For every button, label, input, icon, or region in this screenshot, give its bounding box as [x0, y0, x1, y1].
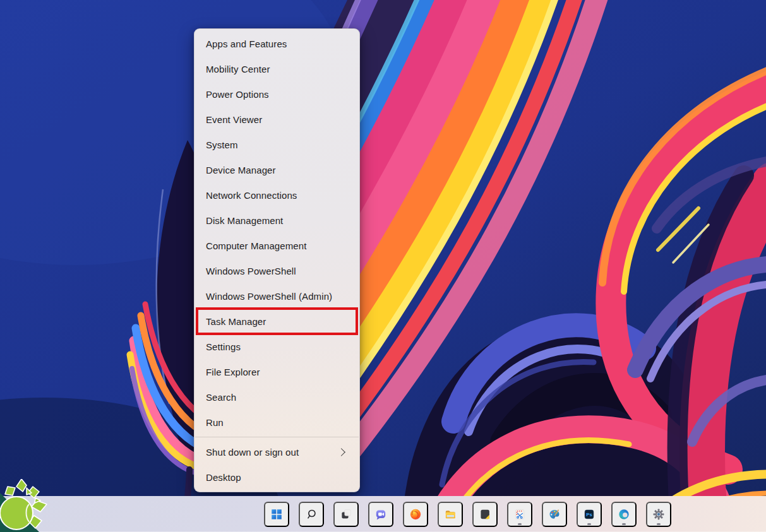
running-indicator [518, 523, 522, 525]
menu-item-device-manager[interactable]: Device Manager [194, 157, 359, 182]
paint-icon [547, 502, 562, 527]
chevron-right-icon [337, 448, 345, 456]
taskbar-snipping-tool-button[interactable] [507, 502, 532, 527]
menu-item-label: Device Manager [206, 165, 276, 175]
running-indicator [657, 523, 661, 525]
taskbar-start-button[interactable] [264, 502, 289, 527]
menu-item-settings[interactable]: Settings [194, 334, 359, 359]
taskbar-edge-button[interactable] [611, 502, 637, 527]
menu-item-label: Search [206, 392, 236, 403]
menu-item-label: Settings [206, 341, 241, 352]
menu-item-mobility-center[interactable]: Mobility Center [194, 56, 359, 81]
notepad-icon [477, 502, 493, 527]
menu-item-label: Mobility Center [206, 64, 270, 74]
menu-item-label: Windows PowerShell (Admin) [206, 291, 332, 302]
site-logo [0, 479, 51, 532]
winx-menu: Apps and FeaturesMobility CenterPower Op… [194, 28, 360, 492]
menu-item-label: Event Viewer [206, 114, 262, 125]
wallpaper-art [0, 0, 766, 532]
photoshop-badge-text: Ps [586, 512, 592, 517]
menu-item-label: Disk Management [206, 215, 283, 226]
menu-item-run[interactable]: Run [194, 410, 359, 435]
menu-item-search[interactable]: Search [194, 384, 359, 410]
desktop: Apps and FeaturesMobility CenterPower Op… [0, 0, 766, 532]
taskbar-search-button[interactable] [299, 502, 324, 527]
menu-item-label: Windows PowerShell [206, 266, 296, 276]
winx-menu-list: Apps and FeaturesMobility CenterPower Op… [194, 31, 359, 490]
menu-item-disk-management[interactable]: Disk Management [194, 208, 359, 233]
menu-item-task-manager[interactable]: Task Manager [194, 309, 359, 334]
menu-item-computer-management[interactable]: Computer Management [194, 233, 359, 258]
menu-separator [195, 437, 359, 437]
menu-item-label: Shut down or sign out [206, 447, 299, 458]
menu-item-shut-down-or-sign-out[interactable]: Shut down or sign out [194, 439, 359, 464]
firefox-icon [408, 502, 423, 527]
menu-item-label: Power Options [206, 89, 269, 100]
taskbar-icon-row: Ps [264, 496, 671, 532]
file-explorer-icon [443, 502, 458, 527]
menu-item-desktop[interactable]: Desktop [194, 464, 359, 490]
taskbar-photoshop-button[interactable]: Ps [577, 502, 602, 527]
running-indicator [587, 523, 591, 525]
menu-item-label: System [206, 139, 238, 150]
taskbar-notepad-button[interactable] [472, 502, 498, 527]
menu-item-windows-powershell-admin[interactable]: Windows PowerShell (Admin) [194, 283, 359, 309]
menu-item-file-explorer[interactable]: File Explorer [194, 359, 359, 384]
menu-item-power-options[interactable]: Power Options [194, 81, 359, 107]
taskbar-file-explorer-button[interactable] [438, 502, 463, 527]
menu-item-apps-and-features[interactable]: Apps and Features [194, 31, 359, 56]
search-icon [304, 502, 319, 527]
chat-icon [373, 502, 388, 527]
running-indicator [622, 523, 626, 525]
taskbar-firefox-button[interactable] [403, 502, 428, 527]
menu-item-network-connections[interactable]: Network Connections [194, 182, 359, 208]
taskbar-chat-button[interactable] [368, 502, 393, 527]
menu-item-system[interactable]: System [194, 132, 359, 157]
taskbar-paint-button[interactable] [542, 502, 567, 527]
menu-item-label: File Explorer [206, 367, 260, 377]
taskbar-settings-button[interactable] [646, 502, 671, 527]
menu-item-label: Network Connections [206, 190, 297, 201]
menu-item-label: Task Manager [206, 316, 266, 327]
start-icon [269, 502, 284, 527]
menu-item-event-viewer[interactable]: Event Viewer [194, 107, 359, 132]
menu-item-label: Desktop [206, 472, 241, 483]
menu-item-windows-powershell[interactable]: Windows PowerShell [194, 258, 359, 283]
menu-item-label: Apps and Features [206, 38, 287, 49]
menu-item-label: Run [206, 417, 224, 428]
menu-item-label: Computer Management [206, 240, 306, 251]
taskbar-task-view-button[interactable] [333, 502, 359, 527]
taskbar: Ps [0, 496, 766, 532]
task-view-icon [338, 502, 354, 527]
